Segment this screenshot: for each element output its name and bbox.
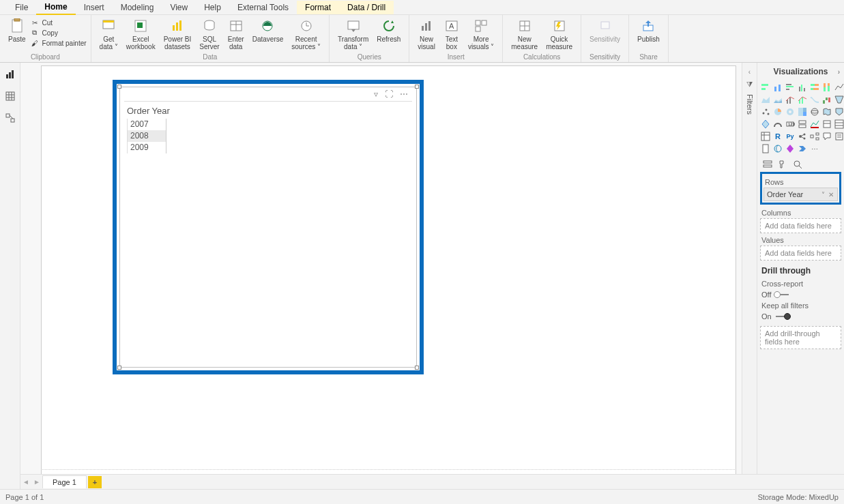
focus-mode-icon[interactable]: ⛶ (385, 89, 393, 99)
dataverse-button[interactable]: Dataverse (248, 16, 288, 44)
filter-icon[interactable]: ▿ (374, 89, 378, 99)
resize-handle-se[interactable] (415, 366, 419, 370)
power-apps-icon[interactable] (785, 143, 796, 154)
new-visual-button[interactable]: New visual (413, 16, 439, 52)
donut-icon[interactable] (785, 106, 796, 117)
sql-server-button[interactable]: SQL Server (195, 16, 223, 52)
slicer-icon[interactable] (821, 119, 832, 130)
transform-data-button[interactable]: Transform data ˅ (334, 16, 373, 52)
line-chart-icon[interactable] (834, 82, 844, 93)
data-view-button[interactable] (4, 90, 16, 102)
line-clustered-icon[interactable] (785, 94, 796, 105)
matrix-visual[interactable]: ▿ ⛶ ⋯ Order Year 2007 2008 2009 (119, 87, 417, 368)
menu-home[interactable]: Home (36, 0, 75, 15)
card-icon[interactable]: 123 (785, 119, 796, 130)
scatter-icon[interactable] (760, 106, 771, 117)
paste-button[interactable]: Paste (4, 16, 30, 44)
funnel-icon[interactable] (834, 94, 844, 105)
resize-handle-ne[interactable] (415, 85, 419, 89)
tab-next-button[interactable]: ► (31, 478, 42, 486)
get-data-button[interactable]: Get data ˅ (96, 16, 122, 52)
drill-through-well[interactable]: Add drill-through fields here (760, 326, 841, 349)
menu-format[interactable]: Format (297, 1, 339, 14)
rows-field-pill[interactable]: Order Year ˅ ✕ (763, 188, 838, 201)
menu-modeling[interactable]: Modeling (113, 1, 162, 14)
decomposition-tree-icon[interactable] (809, 131, 820, 142)
power-automate-icon[interactable] (797, 143, 808, 154)
columns-well[interactable]: Add data fields here (760, 218, 841, 233)
refresh-button[interactable]: Refresh (373, 16, 405, 44)
filled-map-icon[interactable] (821, 106, 832, 117)
add-page-button[interactable]: + (88, 476, 102, 488)
publish-button[interactable]: Publish (633, 16, 664, 44)
stacked-area-icon[interactable] (772, 94, 783, 105)
copy-button[interactable]: ⧉Copy (30, 28, 87, 38)
menu-file[interactable]: File (7, 1, 36, 14)
model-view-button[interactable] (4, 112, 16, 124)
table-icon[interactable] (834, 119, 844, 130)
report-view-button[interactable] (4, 68, 16, 80)
100-stacked-column-icon[interactable] (821, 82, 832, 93)
stacked-column-icon[interactable] (772, 82, 783, 93)
get-more-visuals-icon[interactable]: ⋯ (809, 143, 820, 154)
sensitivity-button[interactable]: Sensitivity (585, 16, 624, 44)
clustered-column-icon[interactable] (797, 82, 808, 93)
menu-data-drill[interactable]: Data / Drill (339, 1, 394, 14)
menu-insert[interactable]: Insert (76, 1, 113, 14)
more-options-icon[interactable]: ⋯ (400, 89, 408, 99)
field-remove-icon[interactable]: ✕ (828, 191, 834, 198)
cut-button[interactable]: ✂Cut (30, 18, 87, 27)
field-dropdown-icon[interactable]: ˅ (821, 191, 826, 198)
toggle-off-icon[interactable] (775, 294, 789, 295)
area-chart-icon[interactable] (760, 94, 771, 105)
expand-viz-icon[interactable]: › (838, 68, 840, 76)
matrix-icon[interactable] (760, 131, 771, 142)
pie-icon[interactable] (772, 106, 783, 117)
powerbi-datasets-button[interactable]: Power BI datasets (160, 16, 196, 52)
resize-handle-nw[interactable] (117, 85, 121, 89)
table-row[interactable]: 2007 (128, 119, 166, 130)
values-well[interactable]: Add data fields here (760, 246, 841, 261)
new-measure-button[interactable]: New measure (507, 16, 542, 52)
qa-visual-icon[interactable] (821, 131, 832, 142)
filters-pane-collapsed[interactable]: ‹ ⧩ Filters (742, 63, 757, 489)
keep-filters-toggle[interactable]: Keep all filters On (760, 300, 841, 322)
page-tab[interactable]: Page 1 (42, 475, 87, 488)
menu-external-tools[interactable]: External Tools (229, 1, 297, 14)
multi-row-card-icon[interactable] (797, 119, 808, 130)
kpi-icon[interactable] (809, 119, 820, 130)
paginated-report-icon[interactable] (760, 143, 771, 154)
expand-filters-icon[interactable]: ‹ (748, 68, 751, 76)
more-visuals-button[interactable]: More visuals ˅ (464, 16, 498, 52)
toggle-on-icon[interactable] (776, 316, 789, 317)
visual-selection[interactable]: ▿ ⛶ ⋯ Order Year 2007 2008 2009 (113, 80, 424, 374)
menu-view[interactable]: View (162, 1, 196, 14)
gauge-icon[interactable] (772, 119, 783, 130)
tab-prev-button[interactable]: ◄ (20, 478, 31, 486)
text-box-button[interactable]: AText box (439, 16, 464, 52)
cross-report-toggle[interactable]: Cross-report Off (760, 278, 841, 300)
menu-help[interactable]: Help (196, 1, 229, 14)
r-visual-icon[interactable]: R (772, 131, 783, 142)
format-painter-button[interactable]: 🖌Format painter (30, 38, 87, 48)
smart-narrative-icon[interactable] (834, 131, 844, 142)
shape-map-icon[interactable] (834, 106, 844, 117)
ribbon-chart-icon[interactable] (809, 94, 820, 105)
arcgis-map-icon[interactable] (772, 143, 783, 154)
clustered-bar-icon[interactable] (785, 82, 796, 93)
python-visual-icon[interactable]: Py (785, 131, 796, 142)
waterfall-icon[interactable] (821, 94, 832, 105)
key-influencers-icon[interactable] (797, 131, 808, 142)
table-row[interactable]: 2009 (128, 142, 166, 153)
recent-sources-button[interactable]: Recent sources ˅ (287, 16, 325, 52)
map-icon[interactable] (809, 106, 820, 117)
canvas[interactable]: ▿ ⛶ ⋯ Order Year 2007 2008 2009 (41, 65, 736, 489)
table-row[interactable]: 2008 (128, 130, 166, 142)
quick-measure-button[interactable]: Quick measure (542, 16, 577, 52)
analytics-mode-icon[interactable] (793, 160, 802, 169)
enter-data-button[interactable]: Enter data (224, 16, 248, 52)
excel-workbook-button[interactable]: Excel workbook (122, 16, 160, 52)
azure-map-icon[interactable] (760, 119, 771, 130)
stacked-bar-icon[interactable] (760, 82, 771, 93)
resize-handle-sw[interactable] (117, 366, 121, 370)
